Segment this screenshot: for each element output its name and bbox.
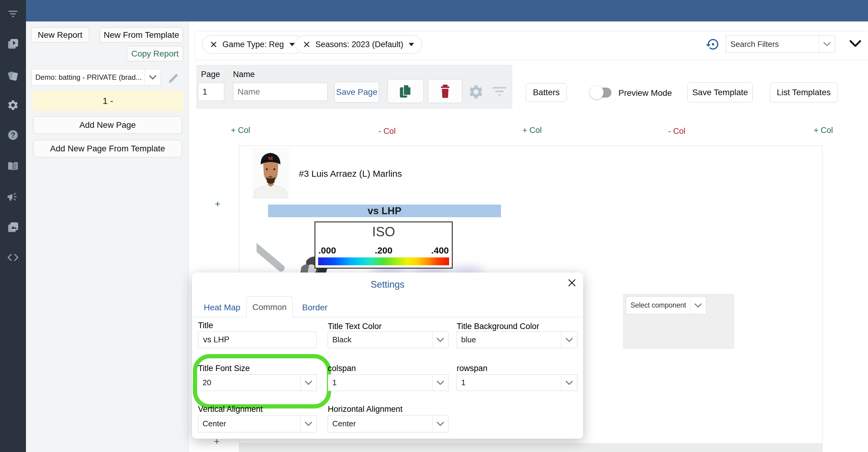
rowspan-label: rowspan (457, 364, 488, 373)
svg-text:M: M (268, 156, 273, 161)
search-filters-value: Search Filters (726, 36, 819, 53)
add-row-button[interactable]: + (215, 199, 220, 210)
page-filter-icon[interactable] (492, 86, 507, 98)
help-icon[interactable]: ? (7, 129, 19, 141)
player-title: #3 Luis Arraez (L) Marlins (299, 169, 402, 179)
megaphone-icon[interactable] (7, 191, 19, 203)
tab-heat-map[interactable]: Heat Map (204, 303, 240, 312)
legend-max-label: .400 (431, 245, 449, 256)
page-row-label: 1 - (103, 96, 113, 106)
colspan-value: 1 (328, 375, 432, 391)
report-panel (26, 22, 189, 452)
horizontal-alignment-select[interactable]: Center (328, 415, 448, 432)
preview-mode-toggle[interactable] (592, 88, 612, 97)
title-background-color-label: Title Background Color (457, 322, 539, 331)
page-list-item[interactable]: 1 - (33, 91, 183, 111)
chevron-down-icon (561, 375, 577, 391)
title-text-color-value: Black (328, 332, 432, 348)
new-from-template-button[interactable]: New From Template (100, 27, 183, 43)
close-icon[interactable] (567, 278, 577, 288)
title-background-color-select[interactable]: blue (457, 332, 577, 348)
svg-text:?: ? (11, 131, 16, 139)
title-label: Title (198, 321, 213, 330)
chevron-down-icon (561, 332, 577, 348)
remove-filter-icon (210, 41, 217, 48)
chevron-down-icon (432, 375, 448, 391)
rowspan-value: 1 (457, 375, 561, 391)
report-select-value: Demo: batting - PRIVATE (brad... (32, 69, 145, 85)
copy-report-button[interactable]: Copy Report (127, 46, 183, 61)
batters-button[interactable]: Batters (526, 83, 567, 102)
chevron-down-icon (819, 36, 835, 53)
heatmap-metric-label: ISO (315, 224, 452, 239)
chevron-down-icon (300, 416, 316, 432)
heatmap-legend: ISO .000 .200 .400 (314, 222, 453, 269)
page-name-input[interactable] (233, 83, 328, 101)
title-font-size-value: 20 (198, 375, 300, 391)
toggle-knob (590, 85, 603, 100)
section-title-bar[interactable]: vs LHP (268, 204, 501, 217)
caret-down-icon (289, 43, 295, 46)
filter-chip-game-type[interactable]: Game Type: Reg (202, 35, 303, 54)
page-label: Page (201, 70, 220, 79)
filter-history-icon[interactable] (706, 37, 720, 51)
name-label: Name (233, 70, 255, 79)
vertical-alignment-value: Center (198, 416, 300, 432)
modal-title: Settings (192, 279, 583, 290)
tab-border[interactable]: Border (302, 303, 328, 312)
chevron-down-icon (145, 69, 161, 85)
filter-chip-label: Game Type: Reg (222, 40, 284, 49)
collapse-chevron-icon[interactable] (849, 39, 862, 48)
remove-filter-icon (303, 41, 310, 48)
title-value: vs LHP (203, 335, 229, 344)
settings-gear-icon[interactable] (7, 99, 19, 111)
save-page-button[interactable]: Save Page (334, 82, 379, 103)
page-settings-gear-icon[interactable] (468, 84, 484, 100)
filter-chip-seasons[interactable]: Seasons: 2023 (Default) (295, 35, 422, 54)
select-component-dropdown[interactable]: Select component (626, 296, 706, 314)
horizontal-alignment-value: Center (328, 416, 432, 432)
book-icon[interactable] (7, 161, 19, 172)
remove-column-button[interactable]: - Col (378, 126, 396, 136)
add-new-page-from-template-button[interactable]: Add New Page From Template (33, 140, 182, 158)
chevron-down-icon (432, 416, 448, 432)
colspan-select[interactable]: 1 (328, 374, 448, 391)
title-text-color-select[interactable]: Black (328, 332, 448, 348)
add-column-button[interactable]: + Col (231, 126, 250, 135)
tab-common[interactable]: Common (246, 296, 293, 317)
copy-page-button[interactable] (388, 79, 424, 103)
trash-icon (439, 84, 451, 98)
chevron-down-icon (432, 332, 448, 348)
new-report-button[interactable]: New Report (31, 27, 89, 43)
legend-gradient (318, 257, 449, 265)
cards-icon[interactable] (7, 70, 19, 82)
filter-chip-label: Seasons: 2023 (Default) (315, 40, 403, 49)
search-filters-select[interactable]: Search Filters (726, 35, 835, 53)
video-library-icon[interactable] (7, 38, 19, 50)
card-row-strip (239, 443, 822, 452)
add-new-page-button[interactable]: Add New Page (33, 116, 182, 134)
report-builder-app: ? New Report New From Template Copy Repo… (0, 0, 868, 452)
title-font-size-select[interactable]: 20 (198, 374, 317, 391)
save-template-button[interactable]: Save Template (687, 83, 753, 103)
nav-sidebar: ? (0, 0, 26, 452)
remove-column-button[interactable]: - Col (668, 126, 685, 136)
report-select[interactable]: Demo: batting - PRIVATE (brad... (31, 69, 161, 85)
top-bar (26, 0, 868, 22)
list-templates-button[interactable]: List Templates (770, 83, 838, 103)
horizontal-alignment-label: Horizontal Alignment (328, 404, 403, 414)
vertical-alignment-label: Vertical Alignment (198, 404, 263, 414)
title-input[interactable]: vs LHP (198, 332, 317, 348)
section-title: vs LHP (368, 205, 401, 217)
edit-pencil-icon[interactable] (168, 73, 179, 83)
delete-page-button[interactable] (428, 79, 462, 103)
vertical-alignment-select[interactable]: Center (198, 415, 317, 432)
add-column-button[interactable]: + Col (814, 126, 833, 135)
page-number-input[interactable] (198, 83, 224, 101)
add-column-button[interactable]: + Col (522, 126, 542, 135)
code-icon[interactable] (7, 251, 19, 263)
title-font-size-label: Title Font Size (198, 364, 250, 373)
photo-library-icon[interactable] (7, 221, 19, 233)
filter-icon[interactable] (7, 7, 19, 20)
rowspan-select[interactable]: 1 (457, 374, 577, 391)
